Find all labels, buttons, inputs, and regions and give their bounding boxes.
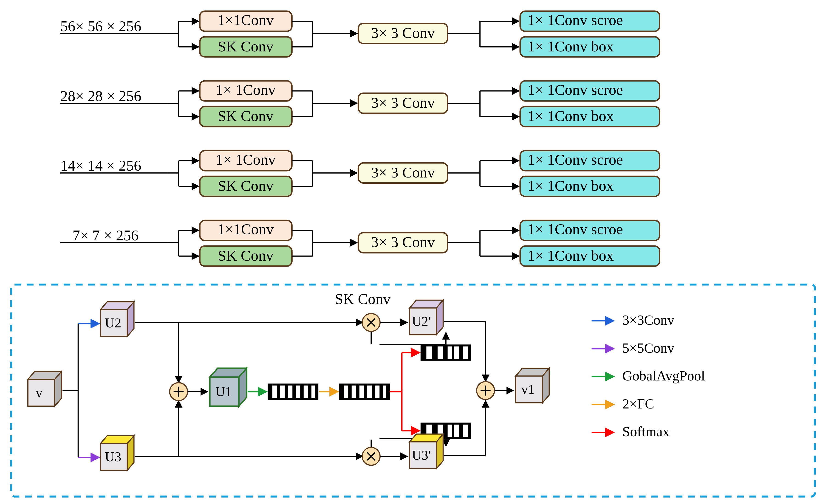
- svg-text:v1: v1: [521, 382, 534, 397]
- row-input: 56× 56 × 256: [60, 18, 141, 35]
- row-input: 28× 28 × 256: [60, 88, 141, 104]
- row-b2: SK Conv: [218, 38, 274, 55]
- row-mid: 3× 3 Conv: [371, 164, 435, 181]
- sum-out: [477, 382, 494, 399]
- svg-text:3×3Conv: 3×3Conv: [622, 312, 674, 328]
- node-u3: U3: [100, 436, 134, 470]
- row-o1: 1× 1Conv scroe: [527, 12, 623, 28]
- rows-group: 56× 56 × 256 1×1Conv SK Conv 3× 3 Conv 1…: [60, 11, 660, 266]
- row-b1: 1×1Conv: [218, 12, 274, 28]
- sk-title: SK Conv: [335, 291, 391, 307]
- row-b1: 1× 1Conv: [216, 151, 276, 168]
- row-b1: 1×1Conv: [218, 221, 274, 237]
- svg-text:U3′: U3′: [412, 448, 431, 463]
- node-u2: U2: [100, 302, 134, 336]
- svg-text:5×5Conv: 5×5Conv: [622, 340, 674, 356]
- row-o1: 1× 1Conv scroe: [527, 221, 623, 237]
- row-o2: 1× 1Conv box: [527, 178, 614, 194]
- feature-bar-2: [339, 384, 390, 399]
- row-mid: 3× 3 Conv: [371, 94, 435, 111]
- row-input: 14× 14 × 256: [60, 157, 141, 174]
- node-u2p: U2′: [410, 300, 443, 335]
- svg-text:GobalAvgPool: GobalAvgPool: [622, 368, 705, 383]
- node-u3p: U3′: [410, 434, 443, 468]
- row-o2: 1× 1Conv box: [527, 247, 614, 264]
- row-o1: 1× 1Conv scroe: [527, 151, 623, 168]
- row-o2: 1× 1Conv box: [527, 108, 614, 124]
- row-b2: SK Conv: [218, 247, 274, 264]
- svg-text:U2: U2: [105, 315, 121, 330]
- svg-text:2×FC: 2×FC: [622, 396, 654, 412]
- mult-bot: [362, 447, 380, 465]
- svg-text:U3: U3: [105, 449, 121, 464]
- feature-bar-1: [268, 384, 318, 399]
- row-mid: 3× 3 Conv: [371, 24, 435, 41]
- sk-graph: v U2 U3 U1: [28, 300, 705, 470]
- legend: 3×3Conv 5×5Conv GobalAvgPool 2×FC Softma…: [592, 312, 705, 439]
- svg-text:U1: U1: [216, 384, 232, 399]
- row-b1: 1× 1Conv: [216, 81, 276, 98]
- mult-top: [362, 313, 380, 331]
- node-v: v: [28, 372, 61, 406]
- svg-text:U2′: U2′: [412, 314, 431, 329]
- svg-text:Softmax: Softmax: [622, 424, 669, 439]
- row-input: 7× 7 × 256: [73, 227, 138, 244]
- feature-bar-top: [421, 345, 471, 361]
- row-mid: 3× 3 Conv: [371, 234, 435, 250]
- row-b2: SK Conv: [218, 108, 274, 124]
- node-u1: U1: [210, 368, 247, 406]
- diagram-root: 56× 56 × 256 1×1Conv SK Conv 3× 3 Conv 1…: [0, 0, 826, 504]
- row-o1: 1× 1Conv scroe: [527, 81, 623, 98]
- row-o2: 1× 1Conv box: [527, 38, 614, 55]
- sum-node: [170, 383, 188, 401]
- node-v1: v1: [516, 368, 549, 403]
- row-b2: SK Conv: [218, 178, 274, 194]
- svg-text:v: v: [36, 385, 43, 400]
